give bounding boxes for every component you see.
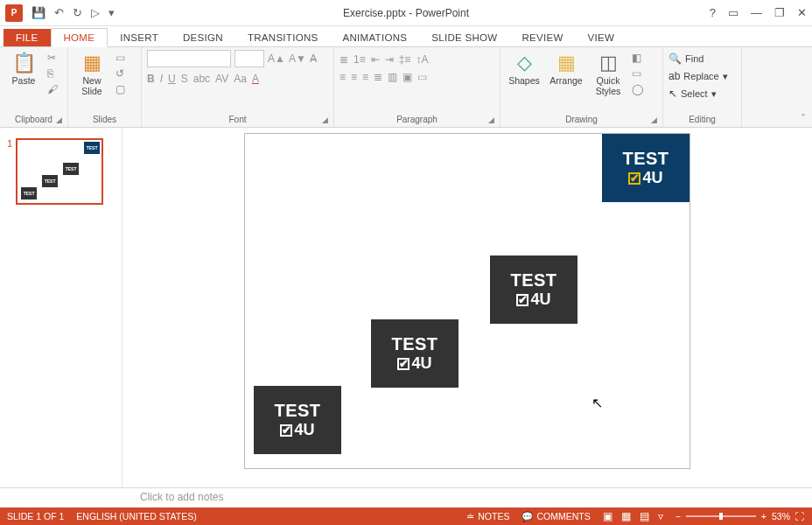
arrange-button[interactable]: ▦ Arrange: [548, 50, 584, 87]
tab-design[interactable]: DESIGN: [171, 29, 235, 46]
drawing-dialog-icon[interactable]: ◢: [651, 116, 657, 124]
save-icon[interactable]: 💾: [32, 6, 46, 19]
clipboard-dialog-icon[interactable]: ◢: [56, 116, 62, 124]
align-text-icon[interactable]: ▣: [402, 71, 412, 83]
cut-icon[interactable]: ✂: [47, 52, 58, 64]
shrink-font-icon[interactable]: A▼: [289, 52, 306, 65]
tab-review[interactable]: REVIEW: [509, 29, 575, 46]
help-icon[interactable]: ?: [710, 6, 716, 19]
replace-button[interactable]: abReplace▾: [668, 67, 728, 85]
format-painter-icon[interactable]: 🖌: [47, 83, 58, 95]
undo-icon[interactable]: ↶: [54, 6, 64, 19]
spacing-icon[interactable]: AV: [215, 73, 228, 85]
smartart-icon[interactable]: ▭: [417, 71, 427, 83]
zoom-out-icon[interactable]: −: [676, 511, 681, 522]
section-icon[interactable]: ▢: [116, 83, 125, 95]
align-left-icon[interactable]: ≡: [340, 71, 346, 83]
notes-toggle[interactable]: ≐NOTES: [466, 511, 509, 522]
mini-logo: TEST: [24, 192, 35, 196]
new-slide-button[interactable]: ▦ New Slide: [74, 50, 110, 96]
fit-window-icon[interactable]: ⛶: [795, 511, 805, 522]
tab-view[interactable]: VIEW: [576, 29, 627, 46]
numbering-icon[interactable]: 1≡: [354, 53, 366, 66]
shape-fill-icon[interactable]: ◧: [632, 52, 643, 64]
columns-icon[interactable]: ▥: [388, 71, 397, 83]
start-slideshow-icon[interactable]: ▷: [91, 6, 100, 19]
shape-effects-icon[interactable]: ◯: [632, 83, 643, 95]
picture-4[interactable]: TEST ✔4U: [602, 134, 690, 202]
comments-toggle[interactable]: 💬COMMENTS: [522, 511, 590, 522]
logo-text: TEST: [274, 401, 320, 421]
zoom-slider[interactable]: [686, 515, 756, 517]
notes-icon: ≐: [466, 511, 474, 522]
thumb-number: 1: [7, 138, 12, 205]
close-icon[interactable]: ✕: [797, 6, 807, 19]
tab-transitions[interactable]: TRANSITIONS: [235, 29, 331, 46]
case-icon[interactable]: Aa: [234, 73, 247, 85]
picture-2[interactable]: TEST ✔4U: [371, 319, 458, 388]
select-icon: ↖: [668, 88, 677, 100]
collapse-ribbon-icon[interactable]: ˆ: [802, 113, 805, 123]
justify-icon[interactable]: ≣: [374, 71, 382, 83]
zoom-control: − + 53% ⛶: [676, 511, 805, 522]
strike-icon[interactable]: S: [181, 73, 188, 85]
underline-icon[interactable]: U: [168, 73, 176, 85]
shape-outline-icon[interactable]: ▭: [632, 67, 643, 80]
find-button[interactable]: 🔍Find: [668, 50, 704, 67]
tab-insert[interactable]: INSERT: [108, 29, 171, 46]
bullets-icon[interactable]: ≣: [340, 53, 348, 66]
slide-thumbnail-1[interactable]: TEST TEST TEST TEST: [16, 138, 103, 205]
select-button[interactable]: ↖Select▾: [668, 85, 717, 102]
paste-button[interactable]: 📋 Paste: [5, 50, 42, 87]
dec-indent-icon[interactable]: ⇤: [371, 53, 380, 66]
font-color-icon[interactable]: A: [252, 73, 259, 85]
tab-slideshow[interactable]: SLIDE SHOW: [419, 29, 509, 46]
logo-text: TEST: [622, 149, 668, 169]
ribbon-tabs: FILE HOME INSERT DESIGN TRANSITIONS ANIM…: [0, 26, 812, 47]
logo-text: TEST: [391, 334, 438, 354]
tab-animations[interactable]: ANIMATIONS: [331, 29, 420, 46]
paragraph-dialog-icon[interactable]: ◢: [488, 116, 494, 124]
clear-format-icon[interactable]: A̶: [310, 52, 317, 65]
language-button[interactable]: ENGLISH (UNITED STATES): [76, 511, 196, 522]
font-size-combo[interactable]: [234, 50, 264, 67]
zoom-level[interactable]: 53%: [772, 511, 790, 522]
font-name-combo[interactable]: [147, 50, 231, 67]
qat-more-icon[interactable]: ▾: [108, 6, 115, 19]
bold-icon[interactable]: B: [147, 73, 155, 85]
reading-view-icon[interactable]: ▤: [640, 510, 649, 522]
ribbon-options-icon[interactable]: ▭: [728, 6, 738, 19]
reset-icon[interactable]: ↺: [116, 67, 125, 80]
line-spacing-icon[interactable]: ‡≡: [399, 53, 411, 66]
restore-icon[interactable]: ❐: [774, 6, 785, 19]
quick-styles-button[interactable]: ◫ Quick Styles: [590, 50, 626, 96]
inc-indent-icon[interactable]: ⇥: [385, 53, 394, 66]
app-logo: P: [5, 4, 23, 22]
text-direction-icon[interactable]: ↕A: [416, 53, 428, 66]
shapes-button[interactable]: ◇ Shapes: [506, 50, 542, 87]
zoom-in-icon[interactable]: +: [761, 511, 766, 522]
font-dialog-icon[interactable]: ◢: [322, 116, 328, 124]
notes-pane[interactable]: Click to add notes: [0, 487, 812, 508]
logo-text: 4U: [411, 354, 431, 373]
picture-3[interactable]: TEST ✔4U: [490, 256, 578, 324]
slide-editor[interactable]: TEST ✔4U TEST ✔4U TEST ✔4U TEST ✔4U ↖: [122, 128, 812, 487]
picture-1[interactable]: TEST ✔4U: [254, 386, 341, 454]
tab-file[interactable]: FILE: [4, 29, 51, 46]
minimize-icon[interactable]: —: [751, 6, 762, 19]
slideshow-view-icon[interactable]: ▿: [658, 510, 663, 522]
layout-icon[interactable]: ▭: [116, 52, 125, 64]
align-center-icon[interactable]: ≡: [351, 71, 357, 83]
replace-label: Replace: [683, 71, 718, 81]
redo-icon[interactable]: ↻: [73, 6, 82, 19]
slide-counter[interactable]: SLIDE 1 OF 1: [7, 511, 64, 522]
normal-view-icon[interactable]: ▣: [603, 510, 612, 522]
shadow-icon[interactable]: abc: [193, 73, 210, 85]
tab-home[interactable]: HOME: [51, 28, 108, 47]
copy-icon[interactable]: ⎘: [47, 67, 58, 80]
align-right-icon[interactable]: ≡: [362, 71, 368, 83]
italic-icon[interactable]: I: [160, 73, 163, 85]
sorter-view-icon[interactable]: ▦: [621, 510, 631, 522]
grow-font-icon[interactable]: A▲: [268, 52, 285, 65]
slide-canvas[interactable]: TEST ✔4U TEST ✔4U TEST ✔4U TEST ✔4U ↖: [244, 133, 690, 469]
